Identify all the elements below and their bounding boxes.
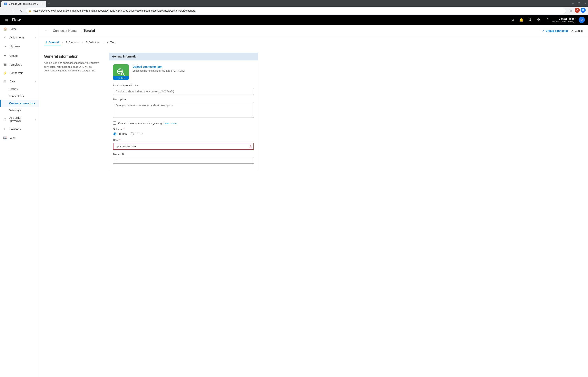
main-wrapper: 🏠 Home ✓ Action items ∨ 〜 My flows + Cre…: [0, 25, 588, 377]
sidebar-sub-item-gateways[interactable]: Gateways: [0, 107, 39, 114]
form-panel: General information: [109, 53, 258, 372]
back-nav-button[interactable]: ←: [2, 8, 9, 14]
connectors-icon: ⚡: [3, 71, 7, 75]
help-button[interactable]: ?: [544, 16, 551, 23]
content-scroll: General information Add an icon and shor…: [39, 48, 588, 377]
gateway-checkbox[interactable]: [113, 121, 116, 125]
lock-icon: 🔒: [28, 9, 31, 12]
description-body: Add an icon and short description to you…: [44, 61, 103, 73]
sidebar-item-templates[interactable]: ▦ Templates: [0, 60, 39, 69]
extension-button[interactable]: O: [575, 8, 580, 13]
upload-info: Upload connector icon Supported file for…: [133, 64, 185, 72]
page-title: Tutorial: [84, 29, 95, 33]
step-security[interactable]: 2. Security: [64, 40, 80, 45]
host-input[interactable]: [113, 143, 254, 150]
sidebar-item-connectors[interactable]: ⚡ Connectors: [0, 69, 39, 77]
connector-name-label: Connector Name: [53, 29, 77, 33]
base-url-group: Base URL: [113, 153, 254, 164]
host-input-wrapper: ⚠: [113, 143, 254, 150]
browser-chrome: M Manage your custom connectors ✕ + — ❐ …: [0, 0, 588, 15]
create-connector-check-icon: ✓: [542, 29, 544, 32]
user-info: Denzel Pfeifer Microsoft (new default) (: [552, 17, 576, 23]
feedback-button[interactable]: ☺: [509, 16, 516, 23]
step-general[interactable]: 1. General: [44, 39, 60, 45]
upload-arrow-icon: ↑: [117, 77, 118, 79]
form-section-body: ↑ Upload Upload connector icon Supported…: [109, 60, 258, 171]
bookmark-button[interactable]: ☆: [568, 8, 574, 14]
scheme-http-option[interactable]: HTTP: [131, 132, 143, 135]
notifications-button[interactable]: 🔔: [518, 16, 525, 23]
scheme-radio-group: HTTPS HTTP: [113, 132, 254, 135]
scheme-https-option[interactable]: HTTPS: [113, 132, 127, 135]
step-definition[interactable]: 3. Definition: [84, 40, 102, 45]
data-chevron-up-icon: ∧: [34, 80, 36, 83]
download-button[interactable]: ⬇: [526, 16, 533, 23]
scheme-https-radio[interactable]: [113, 132, 116, 135]
maximize-button[interactable]: ❐: [576, 0, 582, 6]
sidebar-sub-item-entities[interactable]: Entities: [0, 86, 39, 93]
settings-button[interactable]: ⚙: [535, 16, 542, 23]
sidebar-sub-item-connections[interactable]: Connections: [0, 93, 39, 100]
topbar-right: ☺ 🔔 ⬇ ⚙ ? Denzel Pfeifer Microsoft (new …: [509, 16, 585, 23]
content-area: ← Connector Name | Tutorial ✓ Create con…: [39, 25, 588, 377]
new-tab-button[interactable]: +: [46, 0, 52, 7]
host-error-icon: ⚠: [249, 144, 252, 148]
step-test[interactable]: 4. Test: [106, 40, 117, 45]
upload-connector-icon-link[interactable]: Upload connector icon: [133, 65, 185, 68]
description-textarea[interactable]: [113, 102, 254, 118]
content-header: ← Connector Name | Tutorial ✓ Create con…: [39, 25, 588, 37]
sidebar-item-create[interactable]: + Create: [0, 51, 39, 60]
header-actions: ✓ Create connector ✕ Cancel: [542, 29, 583, 32]
action-items-icon: ✓: [3, 35, 7, 39]
ai-builder-chevron-down-icon: ∨: [34, 118, 36, 121]
cancel-x-icon: ✕: [571, 29, 574, 32]
description-group: Description: [113, 98, 254, 118]
scheme-http-radio[interactable]: [131, 132, 134, 135]
window-controls: — ❐ ✕: [570, 0, 588, 7]
connector-icon-preview: ↑ Upload: [113, 64, 129, 80]
sidebar-item-data[interactable]: ☰ Data ∧: [0, 77, 39, 86]
app-topbar: ⊞ Flow ☺ 🔔 ⬇ ⚙ ? Denzel Pfeifer Microsof…: [0, 15, 588, 25]
minimize-button[interactable]: —: [570, 0, 576, 6]
base-url-input[interactable]: [113, 157, 254, 164]
browser-toolbar: ← → ↻ 🔒 https://preview.flow.microsoft.c…: [0, 7, 588, 15]
reload-button[interactable]: ↻: [18, 8, 24, 14]
cancel-button[interactable]: ✕ Cancel: [571, 29, 583, 32]
host-group: Host * ⚠: [113, 139, 254, 150]
upload-area: ↑ Upload Upload connector icon Supported…: [113, 64, 254, 80]
sidebar: 🏠 Home ✓ Action items ∨ 〜 My flows + Cre…: [0, 25, 39, 377]
user-avatar[interactable]: D: [579, 17, 585, 23]
sidebar-item-learn[interactable]: 📖 Learn: [0, 133, 39, 142]
app-logo: Flow: [12, 18, 21, 22]
sidebar-item-solutions[interactable]: ⊟ Solutions: [0, 125, 39, 133]
icon-bg-color-group: Icon background color: [113, 84, 254, 95]
back-button[interactable]: ←: [44, 28, 50, 34]
tab-favicon: M: [4, 2, 7, 5]
sidebar-item-action-items[interactable]: ✓ Action items ∨: [0, 33, 39, 42]
profile-avatar[interactable]: D: [581, 8, 586, 13]
address-bar[interactable]: 🔒 https://preview.flow.microsoft.com/man…: [26, 8, 566, 14]
app-container: ⊞ Flow ☺ 🔔 ⬇ ⚙ ? Denzel Pfeifer Microsof…: [0, 15, 588, 377]
steps-navigation: 1. General › 2. Security › 3. Definition…: [39, 37, 588, 48]
active-browser-tab[interactable]: M Manage your custom connectors ✕: [1, 1, 46, 7]
waffle-icon[interactable]: ⊞: [3, 17, 9, 23]
icon-bg-color-input[interactable]: [113, 88, 254, 95]
step-chevron-2: ›: [82, 41, 83, 44]
sidebar-item-my-flows[interactable]: 〜 My flows: [0, 42, 39, 51]
tab-close-button[interactable]: ✕: [42, 3, 43, 5]
learn-more-link[interactable]: Learn more: [164, 122, 177, 125]
sidebar-item-ai-builder[interactable]: ⬡ AI Builder (preview) ∨: [0, 114, 39, 125]
chevron-down-icon: ∨: [34, 36, 36, 39]
forward-nav-button[interactable]: →: [10, 8, 16, 14]
host-label: Host *: [113, 139, 254, 141]
home-icon: 🏠: [3, 27, 7, 31]
sidebar-sub-item-custom-connectors[interactable]: Custom connectors: [0, 100, 39, 107]
sidebar-item-home[interactable]: 🏠 Home: [0, 25, 39, 33]
step-chevron-3: ›: [103, 41, 104, 44]
close-button[interactable]: ✕: [583, 0, 588, 6]
data-icon: ☰: [3, 80, 7, 83]
learn-icon: 📖: [3, 136, 7, 139]
tab-title: Manage your custom connectors: [9, 2, 40, 5]
create-connector-button[interactable]: ✓ Create connector: [542, 29, 568, 32]
upload-overlay-button[interactable]: ↑ Upload: [113, 76, 129, 80]
